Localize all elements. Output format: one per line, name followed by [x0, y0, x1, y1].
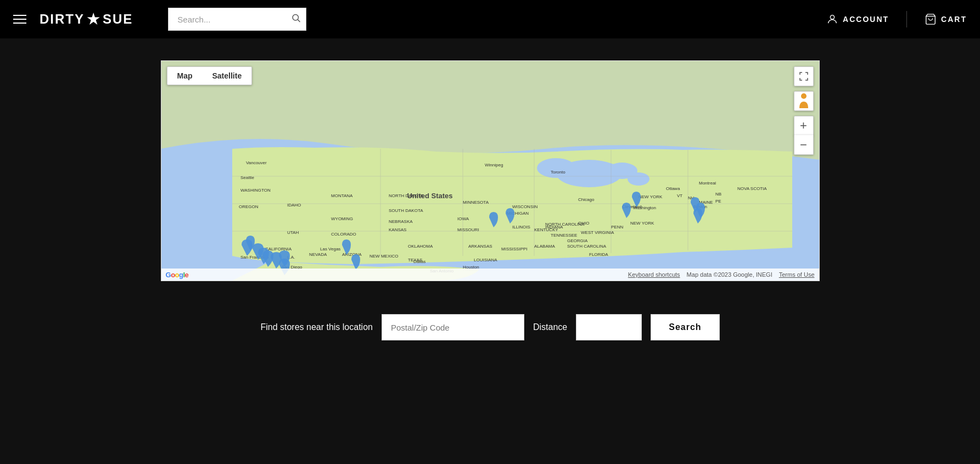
svg-point-0 — [293, 15, 299, 21]
cart-icon — [925, 13, 937, 25]
header-divider — [906, 11, 907, 27]
map-footer-right: Keyboard shortcuts Map data ©2023 Google… — [628, 271, 815, 278]
map-inner[interactable]: United States Vancouver Seattle WASHINGT… — [161, 61, 819, 281]
svg-text:UTAH: UTAH — [287, 230, 299, 235]
map-footer: Google Keyboard shortcuts Map data ©2023… — [161, 269, 819, 281]
main-header: DIRTY ★ SUE ACCOUNT — [0, 0, 980, 38]
svg-text:IOWA: IOWA — [457, 216, 469, 221]
svg-text:Seattle: Seattle — [240, 175, 254, 180]
svg-point-8 — [628, 172, 649, 186]
keyboard-shortcuts-link[interactable]: Keyboard shortcuts — [628, 271, 680, 278]
svg-point-6 — [537, 158, 575, 178]
cart-nav-item[interactable]: CART — [925, 13, 967, 25]
svg-text:LOUISIANA: LOUISIANA — [474, 258, 497, 262]
fullscreen-icon — [799, 72, 808, 81]
svg-text:NEW YORK: NEW YORK — [639, 194, 663, 199]
map-zoom-out-button[interactable]: − — [794, 135, 814, 155]
svg-text:Vancouver: Vancouver — [246, 160, 267, 165]
logo-star: ★ — [87, 11, 100, 28]
map-section: United States Vancouver Seattle WASHINGT… — [0, 38, 980, 298]
svg-text:Toronto: Toronto — [551, 170, 565, 175]
person-icon — [798, 93, 810, 109]
svg-text:PENN: PENN — [611, 225, 623, 230]
map-type-satellite-button[interactable]: Satellite — [203, 67, 252, 85]
svg-text:COLORADO: COLORADO — [331, 232, 356, 237]
find-stores-label: Find stores near this location — [260, 322, 373, 332]
svg-text:ILLINOIS: ILLINOIS — [512, 225, 530, 230]
svg-text:Las Vegas: Las Vegas — [320, 247, 340, 251]
account-nav-item[interactable]: ACCOUNT — [826, 13, 889, 25]
svg-text:NORTH DAKOTA: NORTH DAKOTA — [389, 193, 423, 198]
map-data-label: Map data ©2023 Google, INEGI — [687, 271, 772, 278]
svg-text:WYOMING: WYOMING — [331, 216, 353, 221]
svg-text:NEW YORK: NEW YORK — [630, 221, 654, 226]
svg-text:GEORGIA: GEORGIA — [567, 238, 588, 243]
svg-text:SOUTH CAROLINA: SOUTH CAROLINA — [567, 244, 607, 249]
svg-text:TENNESSEE: TENNESSEE — [551, 233, 577, 238]
map-type-map-button[interactable]: Map — [167, 67, 203, 85]
find-stores-section: Find stores near this location Distance … — [0, 298, 980, 362]
svg-text:Winnipeg: Winnipeg — [485, 163, 503, 167]
svg-text:Ottawa: Ottawa — [666, 186, 680, 191]
svg-text:MISSISSIPPI: MISSISSIPPI — [501, 247, 528, 251]
svg-text:KANSAS: KANSAS — [389, 227, 406, 232]
search-icon-button[interactable] — [291, 13, 301, 26]
header-right: ACCOUNT CART — [826, 11, 967, 27]
map-fullscreen-button[interactable] — [794, 66, 814, 86]
svg-point-2 — [830, 15, 834, 19]
svg-text:IDAHO: IDAHO — [287, 203, 301, 208]
account-label: ACCOUNT — [843, 15, 889, 24]
svg-line-1 — [298, 20, 300, 22]
terms-link[interactable]: Terms of Use — [779, 271, 815, 278]
search-input[interactable] — [168, 8, 306, 31]
hamburger-menu[interactable] — [13, 15, 26, 24]
logo-text-2: SUE — [103, 12, 133, 27]
svg-text:NEW MEXICO: NEW MEXICO — [369, 254, 398, 259]
svg-text:NB: NB — [715, 192, 721, 197]
svg-text:FLORIDA: FLORIDA — [589, 252, 608, 257]
logo[interactable]: DIRTY ★ SUE — [40, 11, 133, 28]
svg-text:MONTANA: MONTANA — [331, 193, 353, 198]
svg-text:NORTH CAROLINA: NORTH CAROLINA — [545, 222, 585, 227]
svg-text:ALABAMA: ALABAMA — [534, 244, 555, 249]
svg-text:Montreal: Montreal — [699, 181, 716, 186]
svg-text:PE: PE — [715, 199, 721, 204]
map-zoom-in-button[interactable]: + — [794, 116, 814, 136]
google-logo: Google — [166, 271, 189, 279]
svg-text:WISCONSIN: WISCONSIN — [512, 204, 537, 209]
svg-text:ARKANSAS: ARKANSAS — [468, 244, 492, 249]
map-background: United States Vancouver Seattle WASHINGT… — [161, 61, 819, 281]
svg-point-80 — [801, 93, 807, 99]
distance-input[interactable]: 25 Mi — [576, 314, 642, 340]
svg-text:MISSOURI: MISSOURI — [457, 227, 479, 232]
svg-text:SOUTH DAKOTA: SOUTH DAKOTA — [389, 208, 423, 213]
cart-label: CART — [941, 15, 967, 24]
svg-text:KENTUCKY: KENTUCKY — [534, 227, 558, 232]
svg-text:VT: VT — [677, 193, 682, 198]
svg-text:WEST VIRGINIA: WEST VIRGINIA — [581, 230, 614, 235]
svg-text:OKLAHOMA: OKLAHOMA — [408, 244, 433, 249]
svg-text:NEVADA: NEVADA — [309, 252, 327, 257]
search-button[interactable]: Search — [651, 314, 719, 340]
svg-text:MINNESOTA: MINNESOTA — [463, 200, 489, 205]
logo-text-1: DIRTY — [40, 12, 85, 27]
distance-label: Distance — [533, 322, 567, 332]
search-icon — [291, 13, 301, 23]
search-bar — [168, 8, 306, 31]
svg-text:Chicago: Chicago — [578, 197, 595, 202]
svg-text:WASHINGTON: WASHINGTON — [240, 188, 271, 193]
postal-zip-input[interactable] — [382, 314, 524, 340]
svg-text:NEBRASKA: NEBRASKA — [389, 219, 413, 224]
svg-text:NOVA SCOTIA: NOVA SCOTIA — [737, 186, 767, 191]
map-type-toggle: Map Satellite — [167, 66, 253, 85]
svg-text:OREGON: OREGON — [239, 204, 259, 209]
svg-text:Dallas: Dallas — [413, 259, 425, 264]
map-person-button[interactable] — [794, 91, 814, 111]
header-left: DIRTY ★ SUE — [13, 8, 328, 31]
account-icon — [826, 13, 838, 25]
map-container: United States Vancouver Seattle WASHINGT… — [161, 60, 820, 281]
